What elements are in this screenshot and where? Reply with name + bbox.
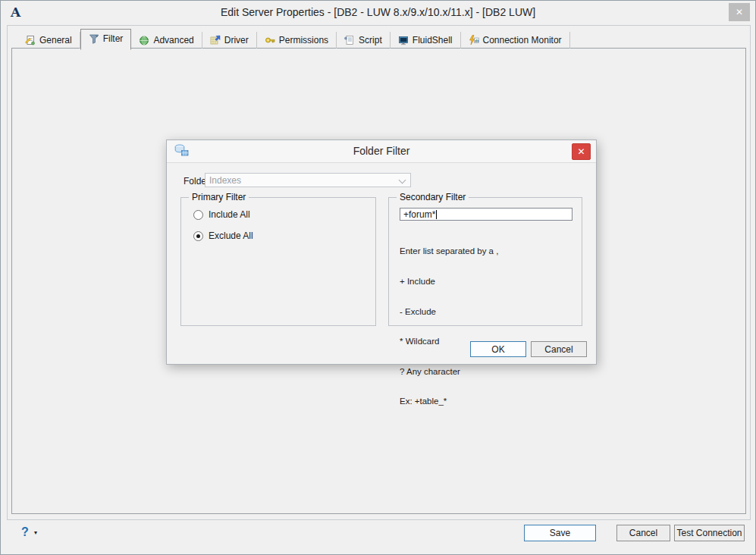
edit-server-properties-dialog: A Edit Server Properties - [DB2 - LUW 8.… — [0, 0, 756, 555]
secondary-filter-group: Secondary Filter +forum* Enter list sepa… — [388, 197, 582, 326]
close-icon: ✕ — [736, 7, 743, 17]
tab-script[interactable]: Script — [337, 32, 391, 49]
tab-permissions[interactable]: Permissions — [257, 32, 337, 49]
tab-general-label: General — [39, 35, 72, 45]
close-icon: ✕ — [577, 146, 585, 157]
fluidshell-icon — [398, 35, 409, 45]
tab-filter-label: Filter — [103, 33, 124, 44]
help-icon: ? — [21, 525, 29, 538]
include-all-radio[interactable]: Include All — [193, 209, 250, 220]
tab-script-label: Script — [359, 35, 382, 45]
permissions-icon — [265, 35, 275, 45]
tab-fluidshell[interactable]: FluidShell — [391, 32, 461, 49]
window-close-button[interactable]: ✕ — [729, 3, 750, 21]
primary-filter-group: Primary Filter Include All Exclude All — [180, 197, 376, 326]
help-button[interactable]: ? — [21, 525, 29, 539]
dialog-title: Edit Server Properties - [DB2 - LUW 8.x/… — [1, 6, 755, 18]
chevron-down-icon — [399, 177, 406, 184]
tab-connection-monitor-label: Connection Monitor — [483, 35, 562, 45]
radio-checked-icon — [193, 231, 203, 241]
secondary-filter-group-label: Secondary Filter — [397, 192, 469, 202]
title-bar: A Edit Server Properties - [DB2 - LUW 8.… — [1, 1, 755, 24]
tab-advanced[interactable]: Advanced — [131, 32, 202, 49]
cancel-button[interactable]: Cancel — [616, 525, 670, 541]
tab-advanced-label: Advanced — [153, 35, 193, 45]
tab-fluidshell-label: FluidShell — [413, 35, 453, 45]
folder-filter-title-bar: Folder Filter ✕ — [167, 140, 596, 163]
connection-monitor-icon — [469, 35, 479, 45]
advanced-icon — [139, 35, 149, 45]
filter-icon — [89, 33, 99, 44]
hint-line: + Include — [400, 277, 498, 287]
hint-line: Ex: +table_* — [400, 397, 498, 406]
hint-line: ? Any character — [400, 367, 498, 377]
primary-filter-group-label: Primary Filter — [189, 192, 249, 202]
folder-filter-close-button[interactable]: ✕ — [572, 143, 591, 160]
ok-button[interactable]: OK — [470, 341, 526, 357]
folder-filter-dialog: Folder Filter ✕ Folder: Indexes Primary … — [166, 140, 597, 365]
text-caret — [436, 210, 437, 219]
tab-driver[interactable]: Driver — [202, 32, 257, 49]
hint-line: - Exclude — [400, 307, 498, 317]
folder-dropdown[interactable]: Indexes — [205, 173, 411, 187]
secondary-filter-input[interactable]: +forum* — [400, 208, 572, 221]
tab-filter[interactable]: Filter — [80, 29, 132, 50]
save-button[interactable]: Save — [524, 525, 596, 541]
hint-line: Enter list separated by a , — [400, 246, 498, 256]
tab-general[interactable]: General — [17, 32, 80, 49]
radio-unchecked-icon — [193, 210, 203, 220]
tab-permissions-label: Permissions — [279, 35, 328, 45]
secondary-filter-hints: Enter list separated by a , + Include - … — [400, 227, 498, 427]
folder-filter-title: Folder Filter — [167, 145, 596, 157]
general-icon — [25, 35, 36, 45]
secondary-filter-value: +forum* — [403, 209, 435, 220]
modal-cancel-button[interactable]: Cancel — [531, 341, 587, 357]
script-icon — [344, 35, 355, 45]
tab-connection-monitor[interactable]: Connection Monitor — [461, 32, 570, 49]
tab-strip: General Filter Advanced Driver Permissio… — [17, 31, 570, 49]
folder-dropdown-value: Indexes — [209, 175, 241, 186]
exclude-all-radio[interactable]: Exclude All — [193, 230, 253, 241]
exclude-all-radio-label: Exclude All — [209, 230, 253, 241]
tab-driver-label: Driver — [224, 35, 249, 45]
include-all-radio-label: Include All — [209, 209, 250, 220]
test-connection-button[interactable]: Test Connection — [674, 525, 745, 541]
driver-icon — [210, 35, 221, 45]
help-caret-icon: ▾ — [34, 529, 37, 536]
